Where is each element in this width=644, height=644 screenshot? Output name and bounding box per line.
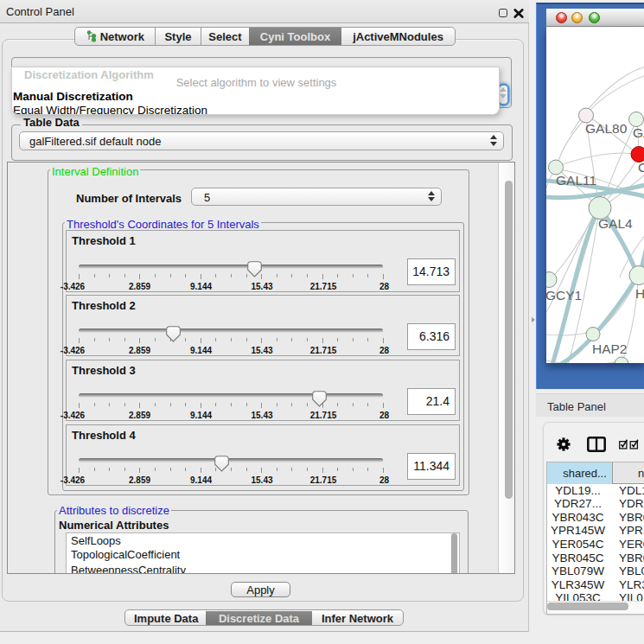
svg-text:GAL4: GAL4: [598, 216, 633, 231]
svg-text:GAL80: GAL80: [585, 121, 628, 136]
svg-text:GAL11: GAL11: [556, 173, 596, 188]
svg-text:H: H: [635, 286, 644, 301]
svg-text:GCY1: GCY1: [546, 288, 582, 303]
svg-text:HAP2: HAP2: [592, 341, 628, 356]
svg-text:C: C: [638, 160, 644, 175]
svg-text:GA: GA: [633, 125, 644, 140]
